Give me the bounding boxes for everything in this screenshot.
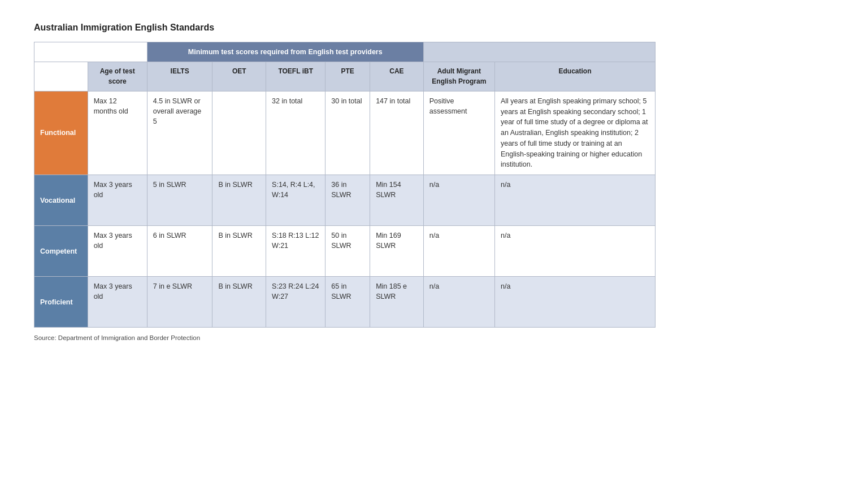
row-label-proficient: Proficient: [34, 277, 88, 328]
cell-toefl: S:18 R:13 L:12 W:21: [266, 226, 326, 277]
cell-toefl: 32 in total: [266, 91, 326, 175]
page-title: Australian Immigration English Standards: [34, 23, 834, 33]
col-header-amep: Adult Migrant English Program: [423, 62, 494, 91]
standards-table: Minimum test scores required from Englis…: [34, 42, 656, 328]
col-header-cae: CAE: [370, 62, 424, 91]
table-row: ProficientMax 3 years old7 in e SLWRB in…: [34, 277, 656, 328]
cell-pte: 36 in SLWR: [326, 175, 370, 226]
cell-pte: 65 in SLWR: [326, 277, 370, 328]
cell-toefl: S:23 R:24 L:24 W:27: [266, 277, 326, 328]
source-text: Source: Department of Immigration and Bo…: [34, 334, 834, 341]
span-header: Minimum test scores required from Englis…: [147, 42, 423, 62]
cell-amep: n/a: [423, 175, 494, 226]
cell-education: n/a: [494, 226, 655, 277]
cell-cae: Min 185 e SLWR: [370, 277, 424, 328]
row-label-competent: Competent: [34, 226, 88, 277]
row-label-functional: Functional: [34, 91, 88, 175]
cell-toefl: S:14, R:4 L:4, W:14: [266, 175, 326, 226]
cell-age: Max 3 years old: [88, 175, 147, 226]
cell-oet: [212, 91, 266, 175]
cell-oet: B in SLWR: [212, 277, 266, 328]
cell-oet: B in SLWR: [212, 175, 266, 226]
col-header-ielts: IELTS: [147, 62, 212, 91]
cell-age: Max 3 years old: [88, 277, 147, 328]
cell-ielts: 5 in SLWR: [147, 175, 212, 226]
cell-cae: Min 154 SLWR: [370, 175, 424, 226]
cell-oet: B in SLWR: [212, 226, 266, 277]
col-header-oet: OET: [212, 62, 266, 91]
table-row: FunctionalMax 12 months old4.5 in SLWR o…: [34, 91, 656, 175]
cell-ielts: 6 in SLWR: [147, 226, 212, 277]
table-row: VocationalMax 3 years old5 in SLWRB in S…: [34, 175, 656, 226]
cell-education: n/a: [494, 175, 655, 226]
cell-ielts: 7 in e SLWR: [147, 277, 212, 328]
cell-pte: 30 in total: [326, 91, 370, 175]
col-header-education: Education: [494, 62, 655, 91]
col-header-pte: PTE: [326, 62, 370, 91]
cell-amep: Positive assessment: [423, 91, 494, 175]
col-header-age: Age of test score: [88, 62, 147, 91]
cell-amep: n/a: [423, 277, 494, 328]
cell-education: All years at English speaking primary sc…: [494, 91, 655, 175]
cell-amep: n/a: [423, 226, 494, 277]
cell-age: Max 3 years old: [88, 226, 147, 277]
col-header-toefl: TOEFL iBT: [266, 62, 326, 91]
cell-age: Max 12 months old: [88, 91, 147, 175]
row-label-vocational: Vocational: [34, 175, 88, 226]
cell-pte: 50 in SLWR: [326, 226, 370, 277]
cell-cae: Min 169 SLWR: [370, 226, 424, 277]
table-row: CompetentMax 3 years old6 in SLWRB in SL…: [34, 226, 656, 277]
cell-ielts: 4.5 in SLWR or overall average 5: [147, 91, 212, 175]
cell-education: n/a: [494, 277, 655, 328]
cell-cae: 147 in total: [370, 91, 424, 175]
